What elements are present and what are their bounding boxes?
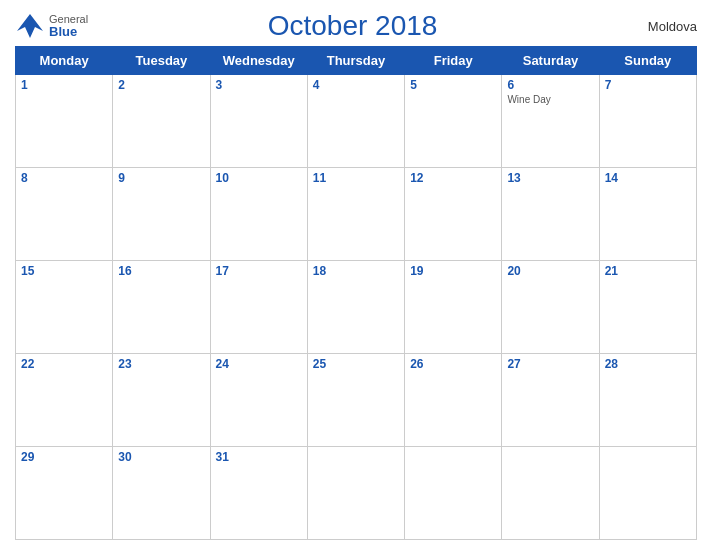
weekday-header-saturday: Saturday (502, 47, 599, 75)
day-number: 14 (605, 171, 691, 185)
calendar-cell: 5 (405, 75, 502, 168)
calendar-cell: 22 (16, 354, 113, 447)
calendar-cell: 11 (307, 168, 404, 261)
day-number: 1 (21, 78, 107, 92)
calendar-table: MondayTuesdayWednesdayThursdayFridaySatu… (15, 46, 697, 540)
calendar-cell: 3 (210, 75, 307, 168)
day-number: 29 (21, 450, 107, 464)
calendar-cell: 21 (599, 261, 696, 354)
day-number: 17 (216, 264, 302, 278)
day-number: 27 (507, 357, 593, 371)
day-number: 7 (605, 78, 691, 92)
calendar-week-3: 15161718192021 (16, 261, 697, 354)
day-number: 13 (507, 171, 593, 185)
calendar-cell: 17 (210, 261, 307, 354)
day-number: 11 (313, 171, 399, 185)
holiday-name: Wine Day (507, 94, 593, 105)
weekday-header-friday: Friday (405, 47, 502, 75)
calendar-cell: 23 (113, 354, 210, 447)
day-number: 28 (605, 357, 691, 371)
calendar-cell: 30 (113, 447, 210, 540)
calendar-cell: 12 (405, 168, 502, 261)
logo-text: General Blue (49, 13, 88, 39)
day-number: 4 (313, 78, 399, 92)
day-number: 12 (410, 171, 496, 185)
day-number: 6 (507, 78, 593, 92)
calendar-cell: 15 (16, 261, 113, 354)
month-title: October 2018 (88, 10, 617, 42)
calendar-body: 123456Wine Day78910111213141516171819202… (16, 75, 697, 540)
calendar-cell: 31 (210, 447, 307, 540)
day-number: 20 (507, 264, 593, 278)
day-number: 21 (605, 264, 691, 278)
svg-marker-0 (17, 14, 43, 38)
day-number: 2 (118, 78, 204, 92)
calendar-cell: 25 (307, 354, 404, 447)
calendar-cell (307, 447, 404, 540)
day-number: 22 (21, 357, 107, 371)
day-number: 8 (21, 171, 107, 185)
day-number: 3 (216, 78, 302, 92)
day-number: 9 (118, 171, 204, 185)
calendar-cell: 27 (502, 354, 599, 447)
day-number: 30 (118, 450, 204, 464)
calendar-cell: 18 (307, 261, 404, 354)
country-label: Moldova (617, 19, 697, 34)
weekday-header-thursday: Thursday (307, 47, 404, 75)
calendar-cell: 19 (405, 261, 502, 354)
day-number: 5 (410, 78, 496, 92)
day-number: 18 (313, 264, 399, 278)
weekday-header-sunday: Sunday (599, 47, 696, 75)
calendar-header: General Blue October 2018 Moldova (15, 10, 697, 42)
day-number: 15 (21, 264, 107, 278)
calendar-week-1: 123456Wine Day7 (16, 75, 697, 168)
calendar-cell: 4 (307, 75, 404, 168)
day-number: 19 (410, 264, 496, 278)
calendar-cell: 24 (210, 354, 307, 447)
day-number: 31 (216, 450, 302, 464)
calendar-cell: 7 (599, 75, 696, 168)
weekday-header-monday: Monday (16, 47, 113, 75)
calendar-week-4: 22232425262728 (16, 354, 697, 447)
calendar-cell: 6Wine Day (502, 75, 599, 168)
calendar-cell: 14 (599, 168, 696, 261)
calendar-week-5: 293031 (16, 447, 697, 540)
calendar-cell: 16 (113, 261, 210, 354)
day-number: 16 (118, 264, 204, 278)
calendar-cell (405, 447, 502, 540)
day-number: 26 (410, 357, 496, 371)
calendar-cell: 29 (16, 447, 113, 540)
weekday-header-row: MondayTuesdayWednesdayThursdayFridaySatu… (16, 47, 697, 75)
calendar-cell: 8 (16, 168, 113, 261)
calendar-cell: 10 (210, 168, 307, 261)
calendar-cell (502, 447, 599, 540)
calendar-cell: 2 (113, 75, 210, 168)
logo-bird-icon (15, 11, 45, 41)
calendar-cell: 1 (16, 75, 113, 168)
calendar-cell: 28 (599, 354, 696, 447)
logo-blue-text: Blue (49, 25, 88, 39)
logo: General Blue (15, 11, 88, 41)
weekday-header-tuesday: Tuesday (113, 47, 210, 75)
calendar-week-2: 891011121314 (16, 168, 697, 261)
calendar-cell: 20 (502, 261, 599, 354)
day-number: 24 (216, 357, 302, 371)
calendar-cell: 26 (405, 354, 502, 447)
calendar-cell (599, 447, 696, 540)
day-number: 23 (118, 357, 204, 371)
calendar-cell: 9 (113, 168, 210, 261)
weekday-header-wednesday: Wednesday (210, 47, 307, 75)
day-number: 25 (313, 357, 399, 371)
calendar-cell: 13 (502, 168, 599, 261)
day-number: 10 (216, 171, 302, 185)
